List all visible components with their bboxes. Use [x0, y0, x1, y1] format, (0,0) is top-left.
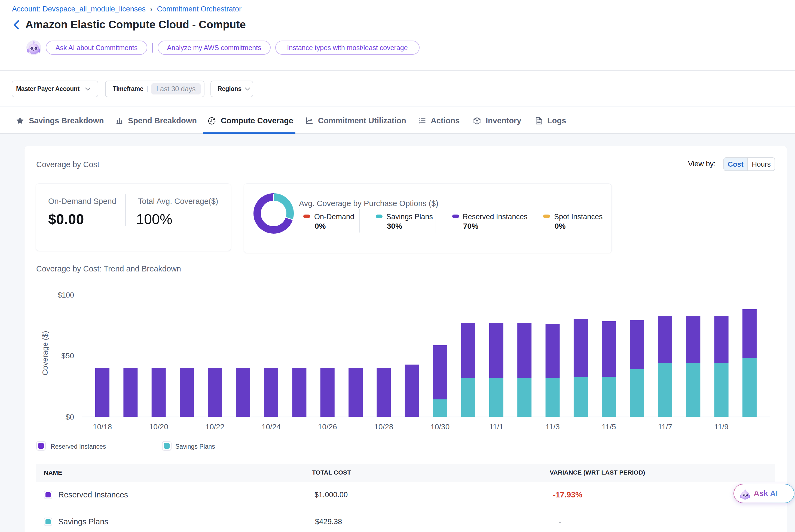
svg-text:10/22: 10/22	[205, 422, 224, 431]
svg-text:11/3: 11/3	[545, 422, 560, 431]
svg-text:11/5: 11/5	[602, 422, 616, 431]
svg-text:10/18: 10/18	[93, 422, 112, 431]
svg-text:Coverage ($): Coverage ($)	[41, 331, 49, 375]
svg-text:10/30: 10/30	[431, 422, 450, 431]
svg-text:$100: $100	[58, 291, 74, 299]
svg-text:11/9: 11/9	[714, 422, 728, 431]
svg-text:11/1: 11/1	[489, 422, 504, 431]
svg-text:10/24: 10/24	[262, 422, 281, 431]
svg-text:10/20: 10/20	[149, 422, 168, 431]
svg-text:10/28: 10/28	[374, 422, 393, 431]
svg-text:10/26: 10/26	[318, 422, 337, 431]
svg-text:$50: $50	[61, 352, 74, 360]
svg-text:$0: $0	[65, 413, 74, 421]
svg-text:11/7: 11/7	[658, 422, 672, 431]
